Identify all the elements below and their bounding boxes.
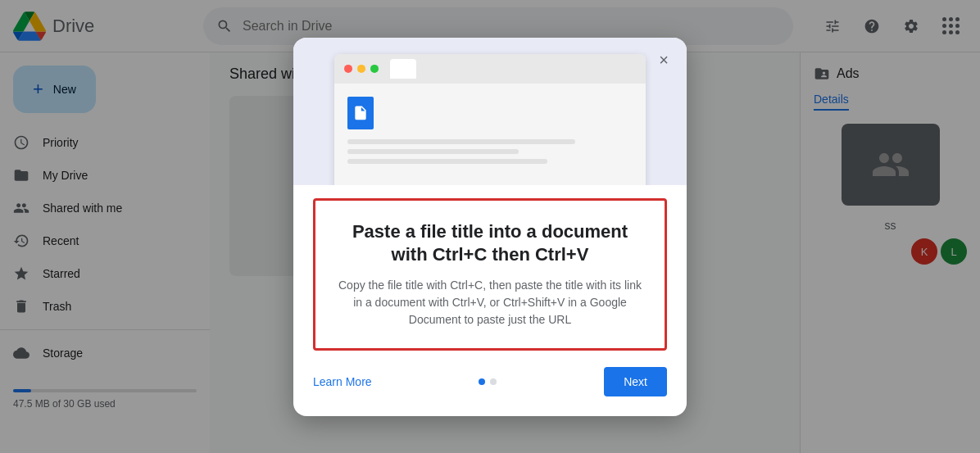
modal-illustration [293,37,687,184]
modal-main-title: Paste a file title into a document with … [335,220,645,266]
dot-green [370,64,379,72]
browser-content [334,83,646,181]
dot-red [344,64,352,72]
modal-footer: Learn More Next [293,351,687,416]
learn-more-button[interactable]: Learn More [313,375,372,388]
doc-line-1 [347,138,575,143]
modal-highlight-box: Paste a file title into a document with … [313,197,667,350]
dot-yellow [357,64,365,72]
dot-2 [490,378,497,385]
dots-indicator [479,378,497,385]
browser-mockup [334,53,646,184]
browser-bar [334,53,646,83]
browser-tab [390,58,416,78]
doc-lines-icon [352,104,369,120]
doc-line-2 [347,148,519,153]
modal-description: Copy the file title with Ctrl+C, then pa… [335,277,645,328]
next-button[interactable]: Next [604,367,667,396]
dot-1 [479,378,485,385]
doc-icon [347,96,374,129]
close-icon: × [659,51,669,70]
modal-close-button[interactable]: × [651,47,677,73]
modal-content-wrapper: Paste a file title into a document with … [293,184,687,350]
doc-line-3 [347,158,547,163]
modal-dialog: × Paste a file [293,37,687,415]
